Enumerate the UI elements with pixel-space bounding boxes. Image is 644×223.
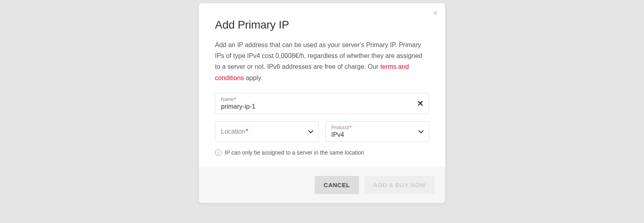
info-row: i IP can only be assigned to a server in…: [215, 149, 429, 156]
name-label: Name*: [221, 97, 423, 102]
close-icon[interactable]: ×: [433, 9, 438, 17]
add-primary-ip-modal: × Add Primary IP Add an IP address that …: [199, 3, 445, 203]
name-label-text: Name: [221, 97, 234, 102]
chevron-down-icon: [418, 130, 424, 133]
modal-title: Add Primary IP: [215, 19, 429, 31]
required-asterisk: *: [234, 97, 236, 102]
clear-name-icon[interactable]: ✕: [417, 99, 424, 108]
field-row: Location* Protocol* IPv4: [215, 121, 429, 142]
required-asterisk: *: [246, 128, 248, 135]
location-label: Location*: [221, 128, 313, 135]
protocol-label: Protocol*: [331, 125, 423, 130]
info-icon: i: [215, 149, 221, 156]
protocol-label-text: Protocol: [331, 125, 349, 130]
name-field-container[interactable]: Name* ✕: [215, 93, 429, 114]
info-text: IP can only be assigned to a server in t…: [225, 149, 364, 156]
chevron-down-icon: [308, 130, 314, 133]
add-buy-now-button[interactable]: Add & Buy now: [365, 176, 435, 194]
required-asterisk: *: [349, 125, 351, 130]
cancel-button[interactable]: Cancel: [315, 176, 359, 194]
modal-body: Add Primary IP Add an IP address that ca…: [199, 3, 445, 167]
modal-description: Add an IP address that can be used as yo…: [215, 39, 429, 83]
modal-footer: Cancel Add & Buy now: [199, 167, 445, 203]
name-input[interactable]: [221, 103, 423, 110]
protocol-value: IPv4: [331, 131, 423, 138]
description-text-post: apply.: [244, 74, 262, 81]
location-select[interactable]: Location*: [215, 121, 319, 142]
protocol-select[interactable]: Protocol* IPv4: [325, 121, 429, 142]
location-label-text: Location: [221, 128, 246, 135]
